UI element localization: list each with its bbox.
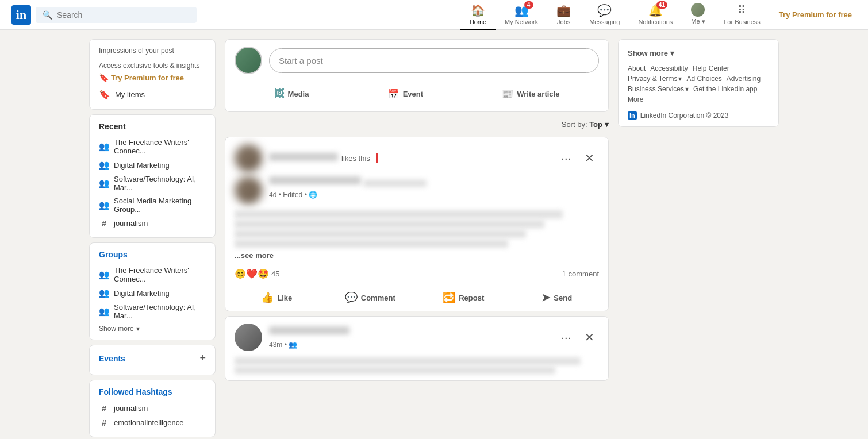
group-icon-g0: 👥 (99, 269, 109, 280)
chevron-down-privacy-icon: ▾ (678, 75, 682, 83)
nav-home-label: Home (470, 18, 486, 25)
comment-count-button[interactable]: 1 comment (562, 269, 599, 278)
recent-item-3[interactable]: 👥 Social Media Marketing Group... (99, 194, 206, 216)
group-item-0[interactable]: 👥 The Freelance Writers' Connec... (99, 264, 206, 286)
like-label: Like (277, 294, 292, 302)
nav-notifications-label: Notifications (638, 18, 673, 25)
repost-label: Repost (459, 294, 484, 302)
feed-post-1: likes this ··· ✕ 4d • Edi (225, 137, 609, 311)
post1-header: likes this ··· ✕ (225, 137, 608, 176)
premium-icon: 🔖 (99, 73, 109, 82)
post1-liker-name-blurred (269, 153, 338, 161)
nav-my-network[interactable]: 👥 4 My Network (496, 0, 547, 30)
post1-author-avatar (235, 176, 262, 204)
show-more-right-button[interactable]: Show more ▾ (628, 47, 769, 60)
footer-adchoices-link[interactable]: Ad Choices (686, 75, 721, 83)
group-item-2[interactable]: 👥 Software/Technology: AI, Mar... (99, 301, 206, 322)
article-icon: 📰 (502, 88, 513, 99)
post1-text-blurred-4 (235, 240, 508, 248)
show-more-groups-button[interactable]: Show more ▾ (99, 325, 206, 333)
recent-item-2[interactable]: 👥 Software/Technology: AI, Mar... (99, 172, 206, 194)
nav-notifications[interactable]: 🔔 41 Notifications (629, 0, 682, 30)
add-event-button[interactable]: + (199, 352, 206, 364)
hashtag-label-0: journalism (114, 404, 148, 413)
post1-actions: ··· ✕ (556, 149, 599, 167)
nav-for-business[interactable]: ⠿ For Business (715, 0, 770, 30)
group-label-0: The Freelance Writers' Connec... (114, 266, 206, 283)
nav-messaging[interactable]: 💬 Messaging (580, 0, 629, 30)
events-header: Events + (99, 352, 206, 364)
show-more-right-label: Show more (628, 49, 668, 57)
copyright-text: LinkedIn Corporation © 2023 (640, 111, 729, 120)
comment-button[interactable]: 💬 Comment (324, 287, 417, 309)
comment-icon: 💬 (345, 291, 358, 304)
nav-jobs[interactable]: 💼 Jobs (547, 0, 580, 30)
group-icon-2: 👥 (99, 178, 109, 188)
post1-author-sub-blurred (363, 180, 427, 187)
events-title: Events (99, 354, 125, 363)
nav-home[interactable]: 🏠 Home (460, 0, 496, 30)
footer-business-link[interactable]: Business Services ▾ (628, 85, 689, 93)
footer-about-link[interactable]: About (628, 64, 646, 72)
event-post-button[interactable]: 📅 Event (381, 84, 430, 104)
for-business-icon: ⠿ (738, 3, 746, 17)
my-items-button[interactable]: 🔖 My items (99, 87, 206, 102)
search-bar[interactable]: 🔍 (36, 7, 197, 23)
footer-advertising-link[interactable]: Advertising (727, 75, 761, 83)
sidebar-right: Show more ▾ About Accessibility Help Cen… (618, 39, 779, 437)
post1-author-name-blurred (269, 176, 361, 184)
post2-close-button[interactable]: ✕ (580, 328, 599, 346)
footer-privacy-link[interactable]: Privacy & Terms ▾ (628, 75, 682, 83)
write-article-label: Write article (517, 90, 559, 98)
notifications-icon: 🔔 41 (648, 3, 663, 17)
start-post-button[interactable]: Start a post (269, 48, 599, 73)
write-article-button[interactable]: 📰 Write article (495, 84, 566, 104)
footer-more-link[interactable]: More (628, 95, 643, 103)
nav-for-business-label: For Business (724, 18, 761, 25)
nav-me[interactable]: Me ▾ (682, 0, 714, 30)
hashtag-item-0[interactable]: # journalism (99, 401, 206, 415)
post2-meta: 43m • 👥 (269, 341, 550, 349)
post2-header: 43m • 👥 ··· ✕ (225, 317, 608, 356)
repost-button[interactable]: 🔁 Repost (417, 287, 510, 309)
groups-title: Groups (99, 250, 206, 259)
footer-links: About Accessibility Help Center Privacy … (628, 60, 769, 108)
main-header: in 🔍 🏠 Home 👥 4 My Network 💼 Jobs 💬 Mess… (0, 0, 868, 30)
hashtag-item-1[interactable]: # emotionalintelligence (99, 415, 206, 430)
post2-text-line-2 (235, 367, 555, 374)
post1-more-button[interactable]: ··· (556, 149, 575, 167)
group-label-2: Software/Technology: AI, Mar... (114, 303, 206, 320)
like-button[interactable]: 👍 Like (230, 287, 324, 309)
post1-text-blurred-3 (235, 230, 526, 238)
footer-accessibility-link[interactable]: Accessibility (650, 64, 688, 72)
group-icon-1: 👥 (99, 160, 109, 170)
try-premium-button[interactable]: Try Premium for free (774, 10, 857, 19)
post1-close-button[interactable]: ✕ (580, 149, 599, 167)
see-more-button-1[interactable]: ...see more (235, 251, 274, 260)
media-post-button[interactable]: 🖼 Media (267, 83, 316, 105)
home-icon: 🏠 (471, 3, 485, 17)
sort-top-button[interactable]: Top ▾ (589, 120, 609, 129)
footer-app-link[interactable]: Get the LinkedIn app (693, 85, 757, 93)
recent-item-1[interactable]: 👥 Digital Marketing (99, 157, 206, 172)
recent-item-4[interactable]: # journalism (99, 216, 206, 230)
recent-item-0[interactable]: 👥 The Freelance Writers' Connec... (99, 136, 206, 157)
media-icon: 🖼 (274, 88, 285, 100)
post1-author-row: 4d • Edited • 🌐 (225, 176, 608, 209)
chevron-down-sort-icon: ▾ (605, 120, 609, 129)
post2-text-line-1 (235, 357, 581, 365)
hashtag-icon-1: # (99, 418, 109, 428)
try-premium-sidebar-link[interactable]: Try Premium for free (111, 74, 184, 82)
post2-user-info: 43m • 👥 (269, 326, 550, 349)
footer-help-link[interactable]: Help Center (693, 64, 729, 72)
avatar (691, 3, 705, 17)
group-item-1[interactable]: 👥 Digital Marketing (99, 286, 206, 301)
search-icon: 🔍 (43, 10, 52, 20)
main-feed: Start a post 🖼 Media 📅 Event 📰 Write art… (225, 39, 609, 437)
post2-more-button[interactable]: ··· (556, 329, 575, 346)
post2-avatar (235, 324, 262, 351)
send-button[interactable]: ➤ Send (510, 287, 604, 309)
search-input[interactable] (57, 10, 190, 20)
recent-item-label-0: The Freelance Writers' Connec... (114, 138, 206, 155)
linkedin-logo[interactable]: in (11, 5, 31, 25)
